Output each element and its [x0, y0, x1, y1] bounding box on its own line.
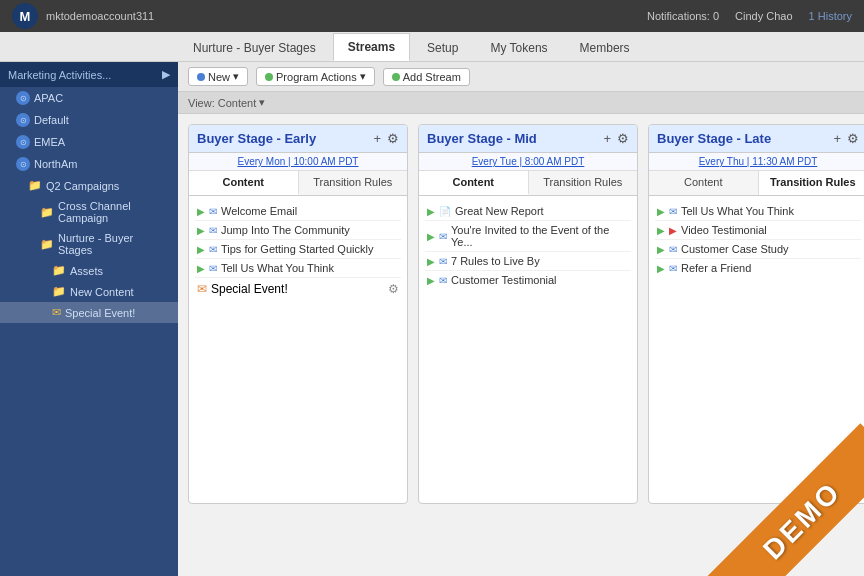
play-icon: ▶ — [657, 225, 665, 236]
add-content-icon[interactable]: + — [603, 131, 611, 146]
list-item[interactable]: ▶ ✉ Refer a Friend — [655, 259, 861, 277]
item-label: Tell Us What You Think — [221, 262, 334, 274]
add-stream-icon — [392, 73, 400, 81]
sidebar-item-cross-channel[interactable]: 📁 Cross Channel Campaign — [0, 196, 178, 228]
item-label: Tell Us What You Think — [681, 205, 794, 217]
list-item[interactable]: ▶ 📄 Great New Report — [425, 202, 631, 221]
settings-icon[interactable]: ⚙ — [617, 131, 629, 146]
globe-icon: ⊙ — [16, 135, 30, 149]
list-item[interactable]: ▶ ✉ Welcome Email — [195, 202, 401, 221]
add-stream-button[interactable]: Add Stream — [383, 68, 470, 86]
list-item[interactable]: ▶ ✉ Tips for Getting Started Quickly — [195, 240, 401, 259]
play-icon: ▶ — [197, 225, 205, 236]
play-icon: ▶ — [657, 263, 665, 274]
sidebar-arrow-icon: ▶ — [162, 68, 170, 81]
play-icon: ▶ — [197, 244, 205, 255]
stream-mid-schedule[interactable]: Every Tue | 8:00 AM PDT — [419, 153, 637, 171]
gear-icon[interactable]: ⚙ — [388, 282, 399, 296]
item-icon-email: ✉ — [669, 206, 677, 217]
stream-mid-tabs: Content Transition Rules — [419, 171, 637, 196]
new-icon — [197, 73, 205, 81]
sidebar-header[interactable]: Marketing Activities... ▶ — [0, 62, 178, 87]
sidebar-item-assets[interactable]: 📁 Assets — [0, 260, 178, 281]
add-content-icon[interactable]: + — [373, 131, 381, 146]
tab-nurture[interactable]: Nurture - Buyer Stages — [178, 34, 331, 61]
stream-early-tabs: Content Transition Rules — [189, 171, 407, 196]
sidebar-item-emea[interactable]: ⊙ EMEA — [0, 131, 178, 153]
settings-icon[interactable]: ⚙ — [847, 131, 859, 146]
tab-tokens[interactable]: My Tokens — [475, 34, 562, 61]
list-item[interactable]: ▶ ✉ You're Invited to the Event of the Y… — [425, 221, 631, 252]
nav-tabs: Nurture - Buyer Stages Streams Setup My … — [0, 32, 864, 62]
new-dropdown-icon: ▾ — [233, 70, 239, 83]
item-label: Video Testimonial — [681, 224, 767, 236]
stream-early-schedule[interactable]: Every Mon | 10:00 AM PDT — [189, 153, 407, 171]
history-link[interactable]: 1 History — [809, 10, 852, 22]
settings-icon[interactable]: ⚙ — [387, 131, 399, 146]
list-item[interactable]: ▶ ✉ Tell Us What You Think — [195, 259, 401, 278]
stream-late-tabs: Content Transition Rules — [649, 171, 864, 196]
play-icon: ▶ — [427, 206, 435, 217]
globe-icon: ⊙ — [16, 91, 30, 105]
globe-icon: ⊙ — [16, 113, 30, 127]
main-area: Marketing Activities... ▶ ⊙ APAC ⊙ Defau… — [0, 62, 864, 576]
viewbar: View: Content ▾ — [178, 92, 864, 114]
email-icon: ✉ — [52, 306, 61, 319]
list-item[interactable]: ▶ ▶ Video Testimonial — [655, 221, 861, 240]
stream-late-title: Buyer Stage - Late — [657, 131, 771, 146]
sidebar-item-new-content[interactable]: 📁 New Content — [0, 281, 178, 302]
play-icon: ▶ — [197, 206, 205, 217]
stream-early-tab-transition[interactable]: Transition Rules — [299, 171, 408, 195]
program-actions-button[interactable]: Program Actions ▾ — [256, 67, 375, 86]
add-stream-label: Add Stream — [403, 71, 461, 83]
sidebar-label: Special Event! — [65, 307, 135, 319]
list-item[interactable]: ▶ ✉ 7 Rules to Live By — [425, 252, 631, 271]
program-actions-icon — [265, 73, 273, 81]
sidebar-label: Assets — [70, 265, 103, 277]
play-icon: ▶ — [427, 231, 435, 242]
item-icon-email: ✉ — [439, 275, 447, 286]
stream-late-tab-content[interactable]: Content — [649, 171, 759, 195]
sidebar-label: New Content — [70, 286, 134, 298]
globe-icon: ⊙ — [16, 157, 30, 171]
tab-streams[interactable]: Streams — [333, 33, 410, 61]
sidebar-label: EMEA — [34, 136, 65, 148]
new-button[interactable]: New ▾ — [188, 67, 248, 86]
item-icon-email: ✉ — [439, 256, 447, 267]
play-icon: ▶ — [427, 256, 435, 267]
sidebar-item-nurture-buyer[interactable]: 📁 Nurture - Buyer Stages — [0, 228, 178, 260]
stream-late-schedule[interactable]: Every Thu | 11:30 AM PDT — [649, 153, 864, 171]
list-item[interactable]: ▶ ✉ Customer Case Study — [655, 240, 861, 259]
toolbar: New ▾ Program Actions ▾ Add Stream — [178, 62, 864, 92]
stream-late-tab-transition[interactable]: Transition Rules — [759, 171, 865, 195]
streams-container: Buyer Stage - Early + ⚙ Every Mon | 10:0… — [178, 114, 864, 576]
tab-setup[interactable]: Setup — [412, 34, 473, 61]
sidebar-label: Q2 Campaigns — [46, 180, 119, 192]
item-label: Welcome Email — [221, 205, 297, 217]
list-item[interactable]: ▶ ✉ Customer Testimonial — [425, 271, 631, 289]
history-count[interactable]: 1 History — [809, 10, 852, 22]
view-dropdown-icon[interactable]: ▾ — [259, 96, 265, 109]
user-name[interactable]: Cindy Chao — [735, 10, 792, 22]
folder-icon: 📁 — [52, 264, 66, 277]
stream-mid-tab-transition[interactable]: Transition Rules — [529, 171, 638, 195]
list-item[interactable]: ▶ ✉ Tell Us What You Think — [655, 202, 861, 221]
add-content-icon[interactable]: + — [833, 131, 841, 146]
list-item[interactable]: ▶ ✉ Jump Into The Community — [195, 221, 401, 240]
sidebar-item-special-event[interactable]: ✉ Special Event! — [0, 302, 178, 323]
sidebar-item-q2[interactable]: 📁 Q2 Campaigns — [0, 175, 178, 196]
content-area: New ▾ Program Actions ▾ Add Stream View:… — [178, 62, 864, 576]
tab-members[interactable]: Members — [565, 34, 645, 61]
sidebar-item-apac[interactable]: ⊙ APAC — [0, 87, 178, 109]
stream-mid-title: Buyer Stage - Mid — [427, 131, 537, 146]
item-icon-email: ✉ — [669, 244, 677, 255]
program-dropdown-icon: ▾ — [360, 70, 366, 83]
item-icon-email: ✉ — [209, 263, 217, 274]
sidebar-item-default[interactable]: ⊙ Default — [0, 109, 178, 131]
item-label: 7 Rules to Live By — [451, 255, 540, 267]
stream-early-tab-content[interactable]: Content — [189, 171, 299, 195]
item-label: Great New Report — [455, 205, 544, 217]
list-item-special[interactable]: ✉ Special Event! ⚙ — [195, 278, 401, 300]
sidebar-item-northam[interactable]: ⊙ NorthAm — [0, 153, 178, 175]
stream-mid-tab-content[interactable]: Content — [419, 171, 529, 195]
